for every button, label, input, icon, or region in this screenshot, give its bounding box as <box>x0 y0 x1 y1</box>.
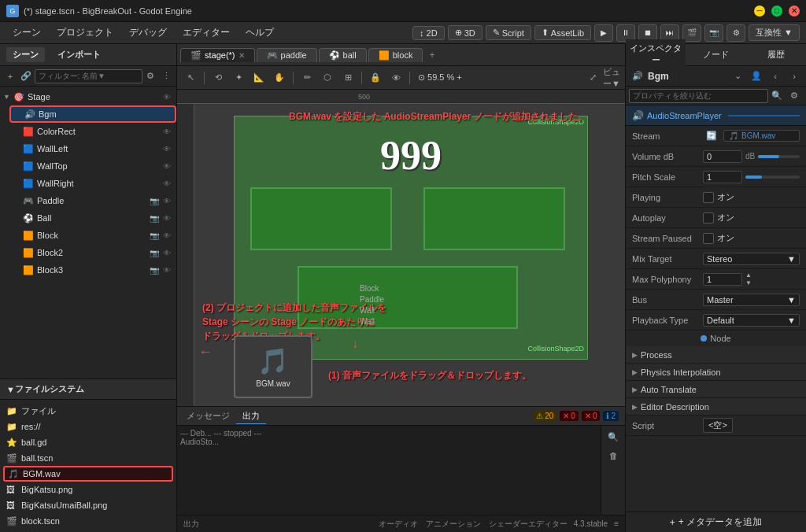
tab-paddle[interactable]: 🎮 paddle <box>257 48 317 62</box>
measure-tool[interactable]: 📐 <box>250 70 268 86</box>
stream-reload-btn[interactable]: 🔄 <box>703 128 720 144</box>
tab-ball[interactable]: ⚽ ball <box>319 48 367 62</box>
link-btn[interactable]: 🔗 <box>19 68 33 84</box>
menu-editor[interactable]: エディター <box>176 24 236 41</box>
menu-help[interactable]: ヘルプ <box>239 24 280 41</box>
screenshot-btn[interactable]: 📷 <box>704 24 723 42</box>
section-physics-interpolation[interactable]: ▶ Physics Interpolation <box>626 364 806 381</box>
tree-item-wallleft[interactable]: 🟦 WallLeft 👁 <box>9 140 176 157</box>
fs-item-files[interactable]: 📁 ファイル <box>3 403 173 419</box>
filter-input[interactable] <box>35 69 142 83</box>
playback-type-select[interactable]: Default ▼ <box>703 314 800 327</box>
tree-item-ball[interactable]: ⚽ Ball 📷 👁 <box>9 209 176 227</box>
fs-header[interactable]: ▼ ファイルシステム <box>0 379 176 400</box>
fs-item-ball-gd[interactable]: ⭐ ball.gd <box>3 434 173 450</box>
tree-vis2-block[interactable]: 👁 <box>161 231 173 240</box>
volume-number[interactable]: 0 <box>703 150 742 163</box>
tree-vis-colorrect[interactable]: 👁 <box>161 127 173 136</box>
pitch-scale-number[interactable]: 1 <box>703 171 742 183</box>
compat-btn[interactable]: 互換性 ▼ <box>749 24 800 41</box>
property-filter-input[interactable] <box>629 89 768 103</box>
script-btn[interactable]: ✎ Script <box>486 25 531 40</box>
poly-tool[interactable]: ⬡ <box>319 70 336 86</box>
filter-clear-btn[interactable]: 🔍 <box>768 88 786 104</box>
filter-settings-btn[interactable]: ⚙ <box>144 68 158 84</box>
scale-tool[interactable]: ✦ <box>230 70 247 86</box>
fs-item-block-tscn[interactable]: 🎬 block.tscn <box>3 513 173 529</box>
play-btn[interactable]: ▶ <box>594 24 613 42</box>
tree-item-paddle[interactable]: 🎮 Paddle 📷 👁 <box>9 192 176 209</box>
section-editor-description[interactable]: ▶ Editor Description <box>626 398 806 416</box>
filter-options-btn[interactable]: ⚙ <box>786 88 803 104</box>
tab-node[interactable]: ノード <box>686 46 745 64</box>
clear-output-btn[interactable]: 🗑 <box>604 448 622 464</box>
tree-item-colorrect[interactable]: 🟥 ColorRect 👁 <box>9 123 176 140</box>
playing-checkbox[interactable] <box>703 192 714 203</box>
tree-item-bgm[interactable]: 🔊 Bgm <box>9 105 176 123</box>
pencil-tool[interactable]: ✏ <box>298 70 316 86</box>
tree-item-stage[interactable]: ▼ 🎯 Stage 👁 <box>0 88 176 105</box>
section-auto-translate[interactable]: ▶ Auto Translate <box>626 381 806 398</box>
tree-item-walltop[interactable]: 🟦 WallTop 👁 <box>9 157 176 175</box>
tab-history[interactable]: 履歴 <box>746 46 806 64</box>
menu-scene[interactable]: シーン <box>6 24 47 41</box>
tree-vis-block3[interactable]: 📷 <box>148 266 161 275</box>
bus-select[interactable]: Master ▼ <box>703 294 800 306</box>
tab-block[interactable]: 🟧 block <box>368 48 423 62</box>
tree-vis2-block3[interactable]: 👁 <box>161 266 173 275</box>
view-label-btn[interactable]: ビュー▼ <box>603 70 620 86</box>
2d-btn[interactable]: ↕ 2D <box>412 26 445 40</box>
next-btn[interactable]: › <box>786 68 803 84</box>
bottom-tab-message[interactable]: メッセージ <box>180 408 236 423</box>
mix-target-select[interactable]: Stereo ▼ <box>703 253 800 265</box>
tree-item-block2[interactable]: 🟧 Block2 📷 👁 <box>9 244 176 261</box>
search-output-btn[interactable]: 🔍 <box>604 429 622 445</box>
tree-vis2-paddle[interactable]: 👁 <box>161 197 173 205</box>
minimize-btn[interactable]: ─ <box>754 6 765 17</box>
add-meta-btn[interactable]: + + メタデータを追加 <box>626 512 806 532</box>
fs-item-res[interactable]: 📁 res:// <box>3 419 173 434</box>
tree-vis2-block2[interactable]: 👁 <box>161 249 173 257</box>
more-btn[interactable]: ⋮ <box>159 68 173 84</box>
autoplay-checkbox[interactable] <box>703 212 714 224</box>
tree-item-block3[interactable]: 🟧 Block3 📷 👁 <box>9 261 176 279</box>
pan-tool[interactable]: ✋ <box>271 70 288 86</box>
add-node-btn[interactable]: + <box>3 68 17 84</box>
tree-vis-wallright[interactable]: 👁 <box>161 179 173 188</box>
tab-import[interactable]: インポート <box>51 47 107 62</box>
volume-slider-container[interactable] <box>758 155 800 158</box>
tree-item-wallright[interactable]: 🟦 WallRight 👁 <box>9 175 176 192</box>
polyphony-spinner[interactable]: ▲ ▼ <box>745 272 752 286</box>
rotate-tool[interactable]: ⟲ <box>209 70 227 86</box>
select-tool[interactable]: ↖ <box>182 70 199 86</box>
tab-add-btn[interactable]: + <box>424 48 439 62</box>
grid-tool[interactable]: ⊞ <box>339 70 357 86</box>
menu-project[interactable]: プロジェクト <box>50 24 120 41</box>
tree-vis-ball[interactable]: 📷 <box>148 214 161 223</box>
polyphony-down[interactable]: ▼ <box>745 279 752 286</box>
tab-scene[interactable]: シーン <box>6 47 45 62</box>
assetlib-btn[interactable]: ⬆ AssetLib <box>534 25 591 40</box>
tree-vis2-ball[interactable]: 👁 <box>161 214 173 223</box>
bottom-tab-output[interactable]: 出力 <box>236 408 266 424</box>
fs-item-bgm-wav[interactable]: 🎵 BGM.wav <box>3 466 173 482</box>
tree-vis-paddle[interactable]: 📷 <box>148 197 161 205</box>
stream-paused-checkbox[interactable] <box>703 233 714 244</box>
tree-item-block[interactable]: 🟧 Block 📷 👁 <box>9 227 176 244</box>
eye-tool[interactable]: 👁 <box>387 70 405 86</box>
fs-item-ball-tscn[interactable]: 🎬 ball.tscn <box>3 450 173 466</box>
script-badge[interactable]: <空> <box>703 418 733 433</box>
inspector-settings-btn[interactable]: 👤 <box>748 68 765 84</box>
prev-btn[interactable]: ‹ <box>767 68 784 84</box>
expand-inspector-btn[interactable]: ⌄ <box>729 68 746 84</box>
menu-debug[interactable]: デバッグ <box>123 24 173 41</box>
fs-item-bigkatsuumai-png[interactable]: 🖼 BigKatsuUmaiBall.png <box>3 497 173 513</box>
tab-stage-close[interactable]: ✕ <box>238 51 245 60</box>
tree-vis-walltop[interactable]: 👁 <box>161 162 173 171</box>
tree-vis-block2[interactable]: 📷 <box>148 249 161 257</box>
section-process[interactable]: ▶ Process <box>626 346 806 364</box>
tree-vis-wallleft[interactable]: 👁 <box>161 145 173 153</box>
3d-btn[interactable]: ⊕ 3D <box>448 25 482 40</box>
stream-file[interactable]: 🎵 BGM.wav <box>723 130 800 142</box>
maximize-btn[interactable]: □ <box>771 6 782 17</box>
